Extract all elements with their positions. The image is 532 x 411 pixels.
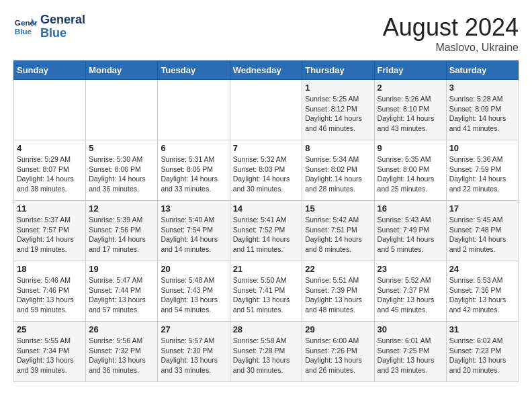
calendar-cell: 18Sunrise: 5:46 AM Sunset: 7:46 PM Dayli… — [14, 261, 86, 322]
day-number: 31 — [449, 324, 515, 334]
day-info: Sunrise: 5:26 AM Sunset: 8:10 PM Dayligh… — [378, 94, 443, 134]
day-info: Sunrise: 5:42 AM Sunset: 7:51 PM Dayligh… — [305, 215, 371, 255]
day-number: 10 — [449, 143, 515, 153]
calendar-cell: 11Sunrise: 5:37 AM Sunset: 7:57 PM Dayli… — [14, 201, 86, 261]
day-info: Sunrise: 5:57 AM Sunset: 7:30 PM Dayligh… — [161, 336, 226, 375]
weekday-header-sunday: Sunday — [14, 61, 86, 80]
day-number: 2 — [378, 83, 443, 93]
day-info: Sunrise: 5:30 AM Sunset: 8:06 PM Dayligh… — [89, 154, 154, 194]
calendar-cell: 16Sunrise: 5:43 AM Sunset: 7:49 PM Dayli… — [374, 201, 446, 261]
svg-text:Blue: Blue — [15, 27, 32, 36]
day-number: 20 — [161, 264, 226, 274]
day-number: 29 — [305, 324, 371, 334]
day-number: 30 — [378, 324, 443, 334]
day-number: 1 — [305, 83, 371, 93]
day-number: 27 — [161, 324, 226, 334]
calendar-cell: 26Sunrise: 5:56 AM Sunset: 7:32 PM Dayli… — [86, 322, 158, 382]
day-number: 18 — [17, 264, 83, 274]
day-info: Sunrise: 5:41 AM Sunset: 7:52 PM Dayligh… — [233, 215, 300, 255]
location-subtitle: Maslovo, Ukraine — [383, 42, 519, 54]
day-info: Sunrise: 5:34 AM Sunset: 8:02 PM Dayligh… — [305, 154, 371, 194]
calendar-week-row: 4Sunrise: 5:29 AM Sunset: 8:07 PM Daylig… — [14, 140, 519, 201]
day-number: 25 — [17, 324, 83, 334]
calendar-cell: 28Sunrise: 5:58 AM Sunset: 7:28 PM Dayli… — [230, 322, 302, 382]
weekday-header-row: SundayMondayTuesdayWednesdayThursdayFrid… — [14, 61, 519, 80]
calendar-cell: 6Sunrise: 5:31 AM Sunset: 8:05 PM Daylig… — [158, 140, 230, 201]
calendar-cell: 21Sunrise: 5:50 AM Sunset: 7:41 PM Dayli… — [230, 261, 302, 322]
day-number: 28 — [233, 324, 300, 334]
day-info: Sunrise: 5:45 AM Sunset: 7:48 PM Dayligh… — [449, 215, 515, 255]
calendar-cell: 12Sunrise: 5:39 AM Sunset: 7:56 PM Dayli… — [86, 201, 158, 261]
day-info: Sunrise: 6:01 AM Sunset: 7:25 PM Dayligh… — [378, 336, 443, 375]
day-info: Sunrise: 5:48 AM Sunset: 7:43 PM Dayligh… — [161, 275, 226, 315]
day-info: Sunrise: 5:56 AM Sunset: 7:32 PM Dayligh… — [89, 336, 154, 375]
day-info: Sunrise: 5:47 AM Sunset: 7:44 PM Dayligh… — [89, 275, 154, 315]
day-number: 26 — [89, 324, 154, 334]
day-info: Sunrise: 5:39 AM Sunset: 7:56 PM Dayligh… — [89, 215, 154, 255]
calendar-cell: 25Sunrise: 5:55 AM Sunset: 7:34 PM Dayli… — [14, 322, 86, 382]
day-info: Sunrise: 6:00 AM Sunset: 7:26 PM Dayligh… — [305, 336, 371, 375]
day-number: 22 — [305, 264, 371, 274]
day-number: 21 — [233, 264, 300, 274]
day-info: Sunrise: 5:52 AM Sunset: 7:37 PM Dayligh… — [378, 275, 443, 315]
calendar-cell: 9Sunrise: 5:35 AM Sunset: 8:00 PM Daylig… — [374, 140, 446, 201]
page-header: General Blue GeneralBlue August 2024 Mas… — [13, 13, 519, 54]
logo-text: GeneralBlue — [40, 13, 85, 40]
calendar-cell: 27Sunrise: 5:57 AM Sunset: 7:30 PM Dayli… — [158, 322, 230, 382]
day-number: 5 — [89, 143, 154, 153]
day-info: Sunrise: 5:25 AM Sunset: 8:12 PM Dayligh… — [305, 94, 371, 134]
calendar-cell: 3Sunrise: 5:28 AM Sunset: 8:09 PM Daylig… — [446, 80, 518, 140]
calendar-cell: 17Sunrise: 5:45 AM Sunset: 7:48 PM Dayli… — [446, 201, 518, 261]
weekday-header-tuesday: Tuesday — [158, 61, 230, 80]
day-number: 8 — [305, 143, 371, 153]
day-number: 17 — [449, 203, 515, 214]
calendar-cell: 13Sunrise: 5:40 AM Sunset: 7:54 PM Dayli… — [158, 201, 230, 261]
calendar-cell: 7Sunrise: 5:32 AM Sunset: 8:03 PM Daylig… — [230, 140, 302, 201]
calendar-cell: 31Sunrise: 6:02 AM Sunset: 7:23 PM Dayli… — [446, 322, 518, 382]
calendar-cell — [86, 80, 158, 140]
day-number: 4 — [17, 143, 83, 153]
calendar-cell: 1Sunrise: 5:25 AM Sunset: 8:12 PM Daylig… — [302, 80, 374, 140]
logo: General Blue GeneralBlue — [13, 13, 85, 40]
calendar-table: SundayMondayTuesdayWednesdayThursdayFrid… — [13, 60, 519, 382]
month-year-title: August 2024 — [383, 13, 519, 42]
day-info: Sunrise: 5:51 AM Sunset: 7:39 PM Dayligh… — [305, 275, 371, 315]
weekday-header-wednesday: Wednesday — [230, 61, 302, 80]
calendar-week-row: 11Sunrise: 5:37 AM Sunset: 7:57 PM Dayli… — [14, 201, 519, 261]
calendar-cell: 19Sunrise: 5:47 AM Sunset: 7:44 PM Dayli… — [86, 261, 158, 322]
day-number: 3 — [449, 83, 515, 93]
calendar-cell: 22Sunrise: 5:51 AM Sunset: 7:39 PM Dayli… — [302, 261, 374, 322]
day-info: Sunrise: 5:43 AM Sunset: 7:49 PM Dayligh… — [378, 215, 443, 255]
day-number: 14 — [233, 203, 300, 214]
calendar-cell: 4Sunrise: 5:29 AM Sunset: 8:07 PM Daylig… — [14, 140, 86, 201]
day-number: 12 — [89, 203, 154, 214]
day-info: Sunrise: 5:36 AM Sunset: 7:59 PM Dayligh… — [449, 154, 515, 194]
day-info: Sunrise: 5:29 AM Sunset: 8:07 PM Dayligh… — [17, 154, 83, 194]
calendar-cell: 30Sunrise: 6:01 AM Sunset: 7:25 PM Dayli… — [374, 322, 446, 382]
calendar-cell: 20Sunrise: 5:48 AM Sunset: 7:43 PM Dayli… — [158, 261, 230, 322]
day-info: Sunrise: 5:46 AM Sunset: 7:46 PM Dayligh… — [17, 275, 83, 315]
weekday-header-friday: Friday — [374, 61, 446, 80]
day-number: 9 — [378, 143, 443, 153]
calendar-week-row: 18Sunrise: 5:46 AM Sunset: 7:46 PM Dayli… — [14, 261, 519, 322]
calendar-cell: 14Sunrise: 5:41 AM Sunset: 7:52 PM Dayli… — [230, 201, 302, 261]
day-info: Sunrise: 5:50 AM Sunset: 7:41 PM Dayligh… — [233, 275, 300, 315]
calendar-cell: 10Sunrise: 5:36 AM Sunset: 7:59 PM Dayli… — [446, 140, 518, 201]
calendar-cell: 29Sunrise: 6:00 AM Sunset: 7:26 PM Dayli… — [302, 322, 374, 382]
day-info: Sunrise: 5:40 AM Sunset: 7:54 PM Dayligh… — [161, 215, 226, 255]
weekday-header-saturday: Saturday — [446, 61, 518, 80]
day-info: Sunrise: 5:28 AM Sunset: 8:09 PM Dayligh… — [449, 94, 515, 134]
logo-icon: General Blue — [13, 15, 38, 39]
calendar-week-row: 25Sunrise: 5:55 AM Sunset: 7:34 PM Dayli… — [14, 322, 519, 382]
calendar-cell: 2Sunrise: 5:26 AM Sunset: 8:10 PM Daylig… — [374, 80, 446, 140]
title-block: August 2024 Maslovo, Ukraine — [383, 13, 519, 54]
day-info: Sunrise: 5:58 AM Sunset: 7:28 PM Dayligh… — [233, 336, 300, 375]
calendar-cell — [14, 80, 86, 140]
weekday-header-thursday: Thursday — [302, 61, 374, 80]
calendar-cell: 15Sunrise: 5:42 AM Sunset: 7:51 PM Dayli… — [302, 201, 374, 261]
calendar-cell — [230, 80, 302, 140]
day-number: 6 — [161, 143, 226, 153]
day-number: 24 — [449, 264, 515, 274]
day-info: Sunrise: 6:02 AM Sunset: 7:23 PM Dayligh… — [449, 336, 515, 375]
calendar-cell: 23Sunrise: 5:52 AM Sunset: 7:37 PM Dayli… — [374, 261, 446, 322]
